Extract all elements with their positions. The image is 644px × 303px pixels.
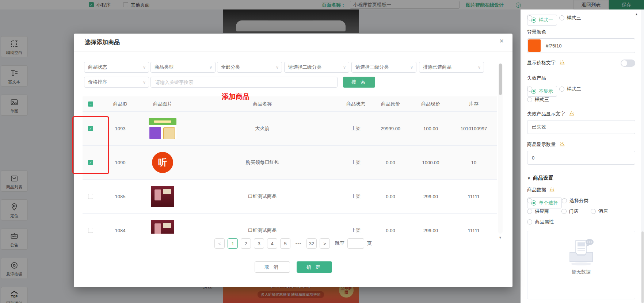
radio-dot-icon <box>527 15 532 20</box>
radio-store[interactable]: 门店 <box>561 208 579 215</box>
radio-style-3[interactable]: 样式三 <box>559 15 581 21</box>
pagination-ellipsis[interactable]: ••• <box>293 238 304 249</box>
chevron-down-icon: ∨ <box>410 62 413 72</box>
alarm-icon <box>549 187 555 192</box>
radio-select-category[interactable]: 选择分类 <box>562 197 588 204</box>
price-sort-select[interactable]: 价格排序∨ <box>84 77 149 88</box>
row-checkbox[interactable] <box>88 228 93 233</box>
radio-dot-icon <box>527 198 532 203</box>
jump-page-input[interactable] <box>347 238 364 249</box>
radio-dot-icon <box>561 209 567 214</box>
table-header-row: − 商品ID 商品图片 商品名称 商品状态 商品原价 商品现价 库存 <box>83 96 497 112</box>
radio-hotel[interactable]: 酒店 <box>591 208 608 215</box>
page-button-1[interactable]: 1 <box>228 238 238 249</box>
modal-title: 选择添加商品 <box>85 39 120 46</box>
filter-subcategory-select[interactable]: 请选择二级分类∨ <box>284 62 349 73</box>
table-row[interactable]: ✓ 1093 大火箭 上架 29999.00 100.00 1010100997 <box>83 112 497 146</box>
page-button-2[interactable]: 2 <box>241 238 251 249</box>
page-button-5[interactable]: 5 <box>280 238 290 249</box>
product-image <box>151 186 174 207</box>
col-header-name: 商品名称 <box>183 101 341 107</box>
display-count-input[interactable] <box>527 151 635 165</box>
style-radio-group: 样式一 样式二 样式三 <box>527 15 635 22</box>
page-scrollbar[interactable] <box>641 9 644 303</box>
color-swatch[interactable] <box>528 39 541 52</box>
modal-scrollbar[interactable]: ▼ <box>498 64 503 234</box>
radio-supplier[interactable]: 供应商 <box>527 208 549 215</box>
select-all-checkbox[interactable]: − <box>88 101 93 107</box>
annotation-text: 添加商品 <box>222 92 249 101</box>
table-row[interactable]: 1084 口红测试商品 上架 0.00 299.00 11111 <box>83 214 497 234</box>
col-header-stock: 库存 <box>451 101 497 107</box>
col-header-status: 商品状态 <box>341 101 370 107</box>
bg-color-value: #f75f10 <box>546 43 561 49</box>
radio-single-select[interactable]: 单个选择 <box>527 197 562 208</box>
empty-state-text: 暂无数据 <box>527 269 635 275</box>
modal-scrollbar-thumb[interactable] <box>499 64 502 95</box>
page-scrollbar-thumb[interactable] <box>641 231 644 303</box>
radio-invalid-style-3[interactable]: 样式三 <box>527 96 549 103</box>
chevron-down-icon: ∨ <box>143 77 146 87</box>
collapse-arrow-icon: ▼ <box>527 176 531 180</box>
page-unit-label: 页 <box>367 240 372 247</box>
radio-product-attr[interactable]: 商品属性 <box>527 219 554 225</box>
product-table: − 商品ID 商品图片 商品名称 商品状态 商品原价 商品现价 库存 ✓ 109… <box>83 96 497 234</box>
filter-category-select[interactable]: 全部分类∨ <box>217 62 282 73</box>
select-product-modal: 选择添加商品 × 商品状态∨ 商品类型∨ 全部分类∨ 请选择二级分类∨ 请选择三… <box>74 34 512 287</box>
table-row[interactable]: 1085 口红测试商品 上架 0.00 299.00 11111 <box>83 180 497 214</box>
filter-status-select[interactable]: 商品状态∨ <box>84 62 149 73</box>
toggle-knob <box>621 60 627 66</box>
radio-dot-icon <box>591 209 596 214</box>
invalid-product-label: 失效产品 <box>527 75 546 81</box>
show-price-label: 显示价格文字 <box>527 60 556 65</box>
radio-invalid-style-2[interactable]: 样式二 <box>559 86 581 92</box>
invalid-text-input[interactable] <box>527 120 635 134</box>
chevron-down-icon: ∨ <box>209 62 212 72</box>
confirm-button[interactable]: 确 定 <box>297 261 332 273</box>
product-image <box>151 220 174 234</box>
filter-thirdcategory-select[interactable]: 请选择三级分类∨ <box>351 62 416 73</box>
col-header-id: 商品ID <box>99 101 142 107</box>
row-checkbox[interactable]: ✓ <box>88 160 93 165</box>
alarm-icon <box>559 60 565 65</box>
row-checkbox[interactable]: ✓ <box>88 126 93 131</box>
table-row[interactable]: ✓ 1090 听 购买领每日红包 上架 0.00 1000.00 10 <box>83 146 497 180</box>
settings-panel: ▲ 样式一 样式二 样式三 背景颜色 #f75f10 显示价格文字 失效产品 不… <box>521 9 641 303</box>
jump-label: 跳至 <box>335 240 344 247</box>
alarm-icon <box>569 111 575 116</box>
prev-page-button[interactable]: < <box>214 238 225 249</box>
next-page-button[interactable]: > <box>320 238 330 249</box>
product-image: 听 <box>152 152 173 173</box>
search-button[interactable]: 搜 索 <box>343 77 375 88</box>
page-button-4[interactable]: 4 <box>267 238 277 249</box>
radio-dot-icon <box>562 198 567 203</box>
cancel-button[interactable]: 取 消 <box>255 261 290 273</box>
data-radio-group-2: 供应商 门店 酒店 <box>527 208 635 215</box>
data-radio-group: 单个选择 选择标签 选择分类 <box>527 197 635 204</box>
keyword-search-input[interactable] <box>150 77 338 88</box>
chevron-down-icon: ∨ <box>343 62 346 72</box>
show-price-toggle[interactable] <box>621 60 635 67</box>
radio-dot-icon <box>559 15 564 20</box>
pagination: < 1 2 3 4 5 ••• 32 > 跳至 页 <box>74 238 512 249</box>
radio-dot-icon <box>527 87 532 92</box>
display-count-label: 商品显示数量 <box>527 142 556 147</box>
product-settings-section[interactable]: ▼商品设置 <box>527 175 635 181</box>
radio-dot-icon <box>527 219 532 225</box>
filter-exclude-select[interactable]: 排除已选商品∨ <box>419 62 484 73</box>
page-button-3[interactable]: 3 <box>254 238 264 249</box>
close-icon[interactable]: × <box>499 37 504 45</box>
scroll-up-icon[interactable]: ▲ <box>635 12 638 16</box>
chevron-down-icon: ∨ <box>276 62 279 72</box>
filter-type-select[interactable]: 商品类型∨ <box>150 62 216 73</box>
radio-dot-icon <box>527 209 532 214</box>
invalid-text-label: 失效产品显示文字 <box>527 111 565 116</box>
row-checkbox[interactable] <box>88 194 93 199</box>
invalid-radio-group: 不显示 样式一 样式二 <box>527 86 635 93</box>
bg-color-field[interactable]: #f75f10 <box>527 38 635 53</box>
alarm-icon <box>559 142 565 147</box>
modal-divider <box>74 51 512 51</box>
radio-dot-icon <box>559 87 564 92</box>
page-button-last[interactable]: 32 <box>306 238 317 249</box>
empty-inbox-icon <box>565 238 597 266</box>
